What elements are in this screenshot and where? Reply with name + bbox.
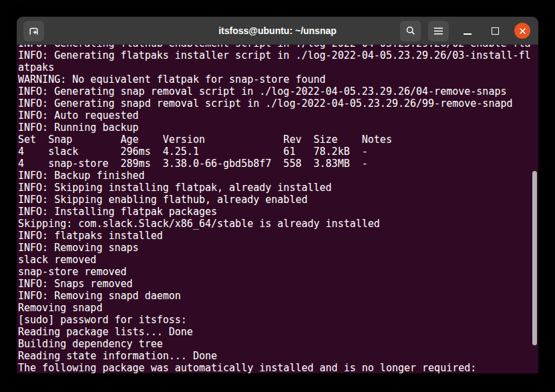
minimize-button[interactable] [459,21,476,41]
terminal-line: INFO: Skipping installing flatpak, alrea… [18,182,538,194]
terminal-line: snap-store removed [18,266,538,278]
terminal-line: INFO: Removing snaps [18,242,538,254]
terminal-line-table-header: Set Snap Age Version Rev Size Notes [18,134,538,146]
terminal-line: INFO: Generating snap removal script in … [18,85,538,97]
terminal-line: INFO: Auto requested [18,110,538,122]
maximize-icon [492,27,499,35]
terminal-line: atpaks [18,61,538,73]
terminal-line: The following package was automatically … [18,362,538,373]
terminal-line: Skipping: com.slack.Slack/x86_64/stable … [18,218,538,230]
terminal-line: INFO: Generating snapd removal script in… [18,97,538,110]
titlebar-controls [400,17,530,45]
terminal-line: Building dependency tree [18,338,538,350]
terminal-line: Reading package lists... Done [18,326,538,338]
new-tab-button[interactable] [23,21,44,41]
maximize-button[interactable] [487,21,503,41]
terminal-line: Reading state information... Done [18,350,538,362]
minimize-icon [464,33,472,35]
search-icon [405,25,416,36]
search-button[interactable] [400,21,421,41]
terminal-line: INFO: Removing snapd daemon [18,290,538,302]
terminal-window: itsfoss@ubuntu: ~/unsnap [17,17,538,373]
menu-button[interactable] [428,21,449,41]
terminal-line: INFO: Installing flatpak packages [18,206,538,218]
terminal-line-sudo-prompt: [sudo] password for itsfoss: [18,314,538,326]
terminal-line: Removing snapd [18,302,538,314]
hamburger-menu-icon [433,27,443,35]
terminal-line-table-row: 4 slack 296ms 4.25.1 61 78.2kB - [18,146,538,158]
terminal-line: INFO: Running backup [18,122,538,134]
terminal-line: INFO: flatpaks installed [18,230,538,242]
terminal-screen[interactable]: INFO: Generating flathub enablement scri… [17,45,538,373]
terminal-line: INFO: Skipping enabling flathub, already… [18,194,538,206]
close-icon [519,27,526,35]
terminal-output: INFO: Generating flathub enablement scri… [17,45,538,373]
desktop-background: itsfoss@ubuntu: ~/unsnap [0,0,555,392]
terminal-line-table-row: 4 snap-store 289ms 3.38.0-66-gbd5b8f7 55… [18,158,538,170]
scrollbar-thumb[interactable] [532,171,537,345]
terminal-line: WARNING: No equivalent flatpak for snap-… [18,73,538,85]
terminal-line: INFO: Generating flatpaks installer scri… [18,49,538,61]
new-tab-icon [28,25,39,37]
titlebar[interactable]: itsfoss@ubuntu: ~/unsnap [17,17,538,45]
terminal-line-clipped: INFO: Generating flathub enablement scri… [18,45,538,49]
close-button[interactable] [514,23,530,39]
terminal-line: INFO: Snaps removed [18,278,538,290]
terminal-line: INFO: Backup finished [18,170,538,182]
terminal-line: slack removed [18,254,538,266]
